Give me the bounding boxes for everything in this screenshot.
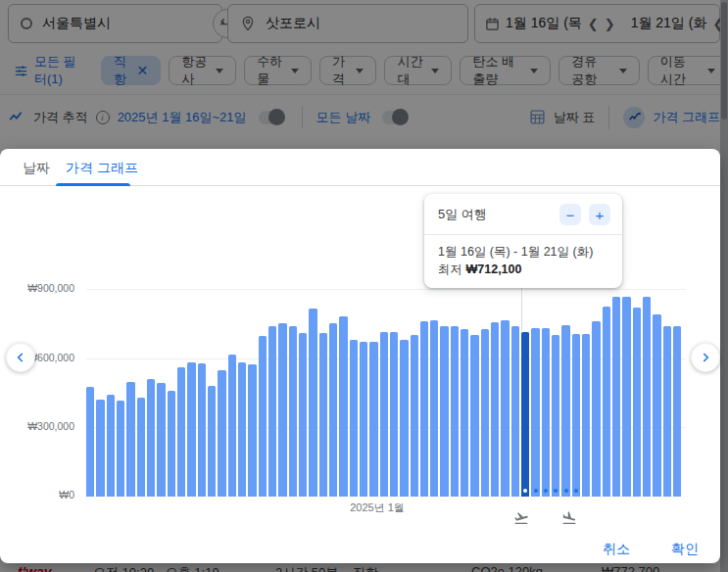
price-bar[interactable] [289,326,297,497]
price-bar[interactable] [309,309,316,497]
active-tab-underline [56,183,130,186]
tooltip-lowest-price: 최저 ₩712,100 [438,261,608,278]
price-bar[interactable] [542,328,550,497]
price-bar[interactable] [411,335,418,497]
price-bar[interactable] [470,335,478,497]
tooltip-header: 5일 여행 − + [424,194,622,234]
trip-range-dot [534,489,538,493]
price-bar[interactable] [218,370,225,497]
takeoff-icon [513,510,529,526]
price-bar[interactable] [582,334,590,497]
price-bar[interactable] [278,323,286,497]
price-bar[interactable] [329,323,337,497]
price-bar[interactable] [177,367,185,497]
price-bar[interactable] [248,364,256,497]
chevron-right-icon [699,351,712,364]
price-bar[interactable] [400,340,408,497]
y-tick: ₩300,000 [0,420,74,432]
tab-dates[interactable]: 날짜 [23,149,50,186]
trip-range-dot [574,489,578,493]
price-bar[interactable] [592,321,600,497]
tooltip-date-range: 1월 16일 (목) - 1월 21일 (화) [438,243,608,261]
departure-dot [523,489,527,493]
price-bar[interactable] [643,297,651,497]
price-bar[interactable] [390,332,398,497]
price-bar[interactable] [339,316,347,497]
price-bar[interactable] [572,334,580,497]
chevron-left-icon [14,351,27,364]
price-bar[interactable] [420,321,428,497]
trip-minus-button[interactable]: − [559,204,581,225]
tab-price-graph[interactable]: 가격 그래프 [66,149,138,186]
price-bar[interactable] [663,326,671,497]
trip-plus-button[interactable]: + [589,204,610,225]
price-bar[interactable] [126,382,134,497]
price-bar-selected[interactable] [521,332,529,497]
price-bar[interactable] [96,400,104,497]
price-bar[interactable] [633,308,641,497]
price-bar[interactable] [673,326,681,497]
cancel-button[interactable]: 취소 [595,535,638,564]
price-bar[interactable] [350,340,358,497]
price-bar[interactable] [238,362,246,497]
price-bar[interactable] [653,314,660,497]
trip-tooltip: 5일 여행 − + 1월 16일 (목) - 1월 21일 (화) 최저 ₩71… [424,194,622,288]
dialog-tabs: 날짜 가격 그래프 [0,149,720,186]
trip-range-dot [554,489,558,493]
price-bar[interactable] [228,355,236,497]
trip-length-label: 5일 여행 [438,206,487,223]
price-bar[interactable] [491,322,499,497]
y-tick: ₩900,000 [0,282,74,294]
price-bar[interactable] [198,363,206,497]
price-bar[interactable] [147,379,155,497]
price-bar[interactable] [430,320,438,497]
dialog-actions: 취소 확인 [595,535,706,564]
landing-icon [561,510,577,526]
price-bar[interactable] [451,326,459,497]
price-bar[interactable] [168,391,175,497]
price-bar[interactable] [268,326,276,497]
price-bar[interactable] [187,362,195,497]
confirm-button[interactable]: 확인 [663,535,706,564]
price-bar[interactable] [622,297,630,497]
trip-range-dot [564,489,568,493]
bars [86,289,681,497]
y-tick: ₩0 [0,489,74,500]
price-bar[interactable] [299,333,307,497]
price-bar[interactable] [117,401,124,497]
price-bar[interactable] [360,342,367,497]
lowest-price: ₩712,100 [465,262,521,276]
price-bar[interactable] [531,328,539,497]
price-bar[interactable] [259,336,267,497]
price-bar[interactable] [481,329,489,497]
price-bar[interactable] [552,335,559,497]
price-bar[interactable] [501,320,509,497]
price-bar[interactable] [511,326,519,497]
price-bar[interactable] [137,398,145,497]
price-bar[interactable] [369,342,377,497]
price-bar[interactable] [319,333,327,497]
price-bar[interactable] [380,332,388,497]
x-axis-label: 2025년 1월 [323,500,431,515]
price-bar[interactable] [208,386,216,497]
price-bar[interactable] [157,383,165,497]
price-bar[interactable] [107,395,115,497]
price-bar[interactable] [461,329,468,497]
trip-range-dot [544,489,548,493]
price-bar[interactable] [86,387,94,497]
tooltip-body: 1월 16일 (목) - 1월 21일 (화) 최저 ₩712,100 [424,235,622,288]
chart-prev-button[interactable] [6,343,35,372]
lowest-prefix: 최저 [438,262,465,276]
price-graph-dialog: 날짜 가격 그래프 ₩900,000 ₩600,000 ₩300,000 ₩0 … [0,149,720,563]
price-bar[interactable] [440,326,448,497]
chart-next-button[interactable] [691,343,720,372]
price-bar[interactable] [561,325,569,497]
price-bar[interactable] [603,307,610,497]
price-bar[interactable] [612,297,620,497]
